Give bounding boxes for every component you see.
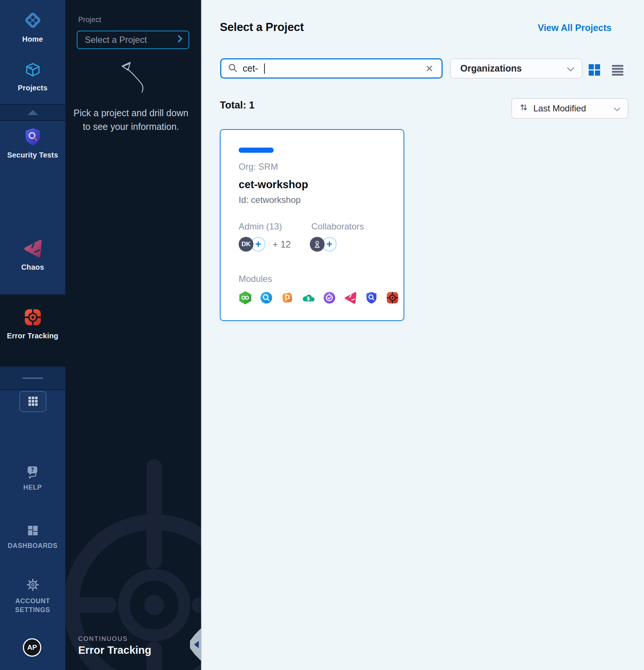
harness-home-icon — [23, 10, 43, 32]
list-view-toggle[interactable] — [612, 64, 624, 77]
user-avatar-initials: AP — [27, 643, 37, 652]
total-count: Total: 1 — [220, 100, 255, 111]
sidebar-item-label: Security Tests — [7, 151, 58, 159]
sidebar-item-label: Error Tracking — [7, 332, 59, 340]
svg-text:$: $ — [307, 296, 310, 301]
sort-arrows-icon — [519, 103, 528, 114]
panel-hint-text: Pick a project and drill down to see you… — [73, 106, 189, 134]
list-view-icon — [612, 71, 624, 77]
sidebar-item-label: HELP — [23, 484, 42, 491]
sidebar-item-label: ACCOUNT SETTINGS — [11, 597, 55, 614]
grid-view-toggle[interactable] — [588, 64, 600, 77]
chevron-down-icon — [614, 103, 620, 114]
project-panel-label: Project — [78, 15, 101, 24]
search-icon — [228, 63, 238, 74]
chevron-right-icon — [177, 35, 183, 45]
sidebar-item-dashboards[interactable]: DASHBOARDS — [0, 524, 65, 550]
sidebar-item-projects[interactable]: Projects — [0, 61, 65, 92]
sidebar-item-home[interactable]: Home — [0, 10, 65, 44]
gear-icon — [26, 578, 40, 593]
divider-handle-icon — [22, 377, 43, 379]
project-card[interactable]: Org: SRM cet-workshop Id: cetworkshop Ad… — [220, 129, 404, 321]
plus-icon: + — [326, 238, 332, 250]
project-search-input[interactable]: cet- ✕ — [220, 58, 443, 79]
cloud-cost-icon: $ — [302, 291, 315, 304]
srm-icon — [323, 291, 336, 304]
security-icon — [365, 291, 378, 304]
organizations-dropdown[interactable]: Organizations — [450, 58, 582, 79]
sidebar-item-label: Home — [22, 35, 43, 44]
modules-row: $ — [239, 291, 399, 304]
sidebar-item-chaos[interactable]: Chaos — [0, 238, 65, 272]
text-caret — [264, 63, 265, 74]
chevron-down-icon — [567, 63, 574, 74]
chaos-icon — [344, 291, 357, 304]
sidebar-divider[interactable] — [0, 366, 65, 390]
project-color-pill — [239, 148, 274, 153]
sidebar-collapse-strip[interactable] — [0, 104, 65, 121]
collaborators-label: Collaborators — [311, 221, 364, 232]
card-project-name: cet-workshop — [239, 179, 308, 191]
card-project-id: Id: cetworkshop — [239, 195, 301, 205]
target-watermark — [65, 404, 202, 670]
collapse-left-icon — [194, 641, 199, 648]
plus-icon: + — [255, 238, 261, 250]
sort-dropdown-value: Last Modified — [533, 103, 586, 114]
view-all-projects-link[interactable]: View All Projects — [538, 23, 612, 33]
sidebar-item-label: Projects — [18, 84, 48, 92]
user-avatar[interactable]: AP — [23, 638, 41, 657]
project-panel: Project Select a Project Pick a project … — [65, 0, 202, 670]
clear-search-icon[interactable]: ✕ — [425, 64, 433, 73]
sidebar-item-error-tracking[interactable]: Error Tracking — [0, 308, 65, 340]
search-value: cet- — [243, 63, 258, 74]
help-chat-icon: ? — [26, 465, 40, 480]
hand-drawn-arrow-icon — [119, 61, 147, 95]
svg-text:?: ? — [31, 467, 34, 473]
page-title: Select a Project — [220, 21, 304, 34]
admin-more-count: + 12 — [273, 239, 291, 250]
person-icon — [313, 240, 322, 249]
sidebar-item-account-settings[interactable]: ACCOUNT SETTINGS — [0, 578, 65, 614]
admin-label: Admin (13) — [239, 221, 282, 232]
panel-collapse-tab[interactable] — [190, 628, 201, 661]
organizations-dropdown-value: Organizations — [460, 63, 522, 74]
project-selector[interactable]: Select a Project — [77, 31, 189, 49]
sidebar-item-label: DASHBOARDS — [8, 542, 58, 550]
security-shield-icon — [23, 127, 42, 148]
chaos-triangle-icon — [23, 238, 43, 260]
dashboards-tiles-icon — [26, 524, 39, 539]
grid-view-icon — [588, 71, 600, 77]
grid-menu-icon — [26, 394, 39, 409]
projects-cube-icon — [24, 61, 42, 80]
modules-label: Modules — [239, 274, 272, 284]
module-selector-button[interactable] — [19, 391, 46, 412]
panel-footer-title: Error Tracking — [78, 644, 151, 656]
card-org: Org: SRM — [239, 162, 278, 172]
collaborator-avatar[interactable] — [310, 237, 325, 252]
feature-flags-icon — [281, 291, 294, 304]
sidebar-item-help[interactable]: ? HELP — [0, 465, 65, 491]
verify-icon — [260, 291, 273, 304]
admin-avatar[interactable]: DK — [239, 237, 253, 252]
sidebar: Home Projects Security Tests — [0, 0, 65, 670]
sidebar-item-security-tests[interactable]: Security Tests — [0, 127, 65, 159]
collapse-up-icon — [28, 110, 38, 115]
error-tracking-target-icon — [23, 308, 42, 328]
panel-footer-kicker: CONTINUOUS — [78, 635, 128, 643]
sidebar-item-label: Chaos — [21, 263, 44, 272]
ci-icon — [239, 291, 252, 304]
main-content: Select a Project View All Projects cet- … — [202, 0, 644, 670]
sort-dropdown[interactable]: Last Modified — [511, 98, 629, 119]
error-tracking-icon — [386, 291, 399, 304]
admin-avatar-initials: DK — [242, 241, 251, 248]
project-selector-value: Select a Project — [85, 35, 147, 45]
